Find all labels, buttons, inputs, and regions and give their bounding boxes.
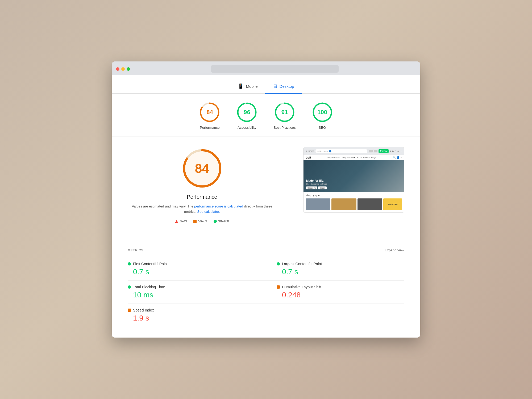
browser-window: 📱 Mobile 🖥 Desktop 84 Performance (112, 61, 420, 338)
maximize-button[interactable] (127, 67, 130, 71)
metric-lcp-header: Largest Contentful Paint (277, 262, 404, 266)
metric-tbt-header: Total Blocking Time (128, 285, 266, 289)
close-button[interactable] (116, 67, 119, 71)
legend-poor-label: 0–49 (180, 219, 187, 223)
browser-content: 📱 Mobile 🖥 Desktop 84 Performance (112, 75, 420, 338)
metric-cls-value: 0.248 (277, 291, 404, 299)
metric-fcp-value: 0.7 s (128, 268, 266, 276)
tab-desktop[interactable]: 🖥 Desktop (265, 81, 302, 94)
preview-hero-title: Made for life. (306, 179, 327, 182)
triangle-icon (175, 220, 178, 223)
legend-poor: 0–49 (175, 219, 187, 223)
minimize-button[interactable] (121, 67, 125, 71)
product-2 (331, 198, 356, 210)
score-accessibility: 96 Accessibility (236, 102, 257, 130)
metric-fcp: First Contentful Paint 0.7 s (128, 257, 266, 281)
metric-fcp-header: First Contentful Paint (128, 262, 266, 266)
mobile-icon: 📱 (238, 83, 244, 89)
preview-nav-links: Shop featured ▾ Shop Fashion ▾ About Con… (327, 156, 376, 159)
preview-shop-title: Shop by type (306, 194, 402, 197)
metric-si-value: 1.9 s (128, 314, 266, 322)
preview-btn-2: Shop it (318, 186, 327, 189)
nav-link-3: About (357, 156, 361, 159)
preview-icon2 (374, 150, 377, 152)
preview-icon-row: ★ ▶ ⊙ ◈ ⋯ (390, 150, 402, 152)
metric-cls-header: Cumulative Layout Shift (277, 285, 404, 289)
metric-si-name: Speed Index (133, 308, 154, 312)
product-1 (306, 198, 330, 210)
accessibility-score-label: Accessibility (238, 126, 256, 130)
preview-back: < Back (306, 150, 314, 153)
preview-nav: Loft Shop featured ▾ Shop Fashion ▾ Abou… (304, 155, 404, 160)
nav-link-2: Shop Fashion ▾ (342, 156, 355, 159)
site-preview: < Back loftstore.com 🔵 Follow ★ ▶ (303, 147, 404, 213)
preview-nav-icons: 🔍 👤 ≡ (393, 156, 402, 159)
tab-mobile[interactable]: 📱 Mobile (230, 81, 265, 94)
metric-tbt: Total Blocking Time 10 ms (128, 281, 266, 304)
preview-products: Save 25% (306, 198, 402, 210)
vertical-divider (290, 147, 290, 235)
best-practices-score-value: 91 (281, 109, 288, 116)
tab-desktop-label: Desktop (280, 84, 294, 89)
seo-score-label: SEO (319, 126, 326, 130)
legend-needs-improvement: 50–89 (193, 219, 207, 223)
metric-fcp-name: First Contentful Paint (133, 262, 168, 266)
perf-description: Values are estimated and may vary. The p… (128, 204, 276, 214)
metric-lcp-value: 0.7 s (277, 268, 404, 276)
metric-tbt-value: 10 ms (128, 291, 266, 299)
performance-score-value: 84 (206, 109, 213, 116)
address-bar[interactable] (211, 65, 339, 73)
metric-tbt-name: Total Blocking Time (133, 285, 165, 289)
score-circle-accessibility: 96 (236, 102, 257, 123)
legend-good: 90–100 (214, 219, 229, 223)
circle-icon (214, 220, 217, 223)
metrics-section: METRICS Expand view First Contentful Pai… (112, 243, 420, 338)
desc-text: Values are estimated and may vary. The (132, 204, 194, 208)
metrics-grid: First Contentful Paint 0.7 s Largest Con… (128, 257, 404, 327)
preview-url-bar: loftstore.com 🔵 (315, 149, 367, 153)
square-icon (193, 220, 197, 223)
score-best-practices: 91 Best Practices (273, 102, 296, 130)
preview-browser-bar: < Back loftstore.com 🔵 Follow ★ ▶ (304, 147, 404, 155)
right-panel: < Back loftstore.com 🔵 Follow ★ ▶ (303, 147, 404, 235)
large-score-wrapper: 84 Performance Values are estimated and … (128, 147, 276, 230)
score-circle-performance: 84 (199, 102, 220, 123)
metric-cls-indicator (277, 285, 280, 289)
metric-lcp-indicator (277, 262, 280, 265)
metric-si-header: Speed Index (128, 308, 266, 312)
product-3 (358, 198, 382, 210)
legend-good-label: 90–100 (218, 219, 229, 223)
metric-lcp: Largest Contentful Paint 0.7 s (266, 257, 404, 281)
left-panel: 84 Performance Values are estimated and … (128, 147, 276, 235)
seo-score-value: 100 (317, 109, 327, 116)
metric-fcp-indicator (128, 262, 131, 265)
tabs-section: 📱 Mobile 🖥 Desktop (112, 75, 420, 94)
performance-score-label: Performance (200, 126, 219, 130)
nav-link-1: Shop featured ▾ (327, 156, 340, 159)
preview-shop-section: Shop by type Save 25% (304, 192, 404, 212)
nav-link-5: Blog ▾ (371, 156, 377, 159)
preview-icon1 (369, 150, 373, 152)
large-score-circle: 84 (181, 147, 223, 190)
desktop-icon: 🖥 (273, 84, 277, 89)
preview-hero-sub: Shop the spring footwear. (306, 183, 327, 185)
preview-url: loftstore.com (317, 150, 328, 152)
tab-mobile-label: Mobile (246, 84, 257, 89)
preview-promo: Save 25% (383, 198, 402, 210)
perf-score-link[interactable]: performance score is calculated (194, 204, 243, 208)
metrics-header: METRICS Expand view (128, 248, 404, 252)
traffic-lights (116, 67, 130, 71)
accessibility-score-value: 96 (244, 109, 250, 116)
main-content: 84 Performance Values are estimated and … (112, 136, 420, 243)
perf-title: Performance (187, 194, 217, 200)
preview-logo: Loft (306, 156, 311, 159)
scores-row: 84 Performance 96 Accessibility (112, 94, 420, 136)
preview-hero: Made for life. Shop the spring footwear.… (304, 160, 404, 192)
calculator-link[interactable]: See calculator. (197, 210, 220, 214)
expand-view-button[interactable]: Expand view (385, 248, 404, 252)
score-circle-best-practices: 91 (274, 102, 295, 123)
metrics-title: METRICS (128, 248, 144, 252)
preview-btn-1: Shop now (306, 186, 317, 189)
legend-ni-label: 50–89 (198, 219, 207, 223)
large-score-value: 84 (195, 161, 209, 176)
